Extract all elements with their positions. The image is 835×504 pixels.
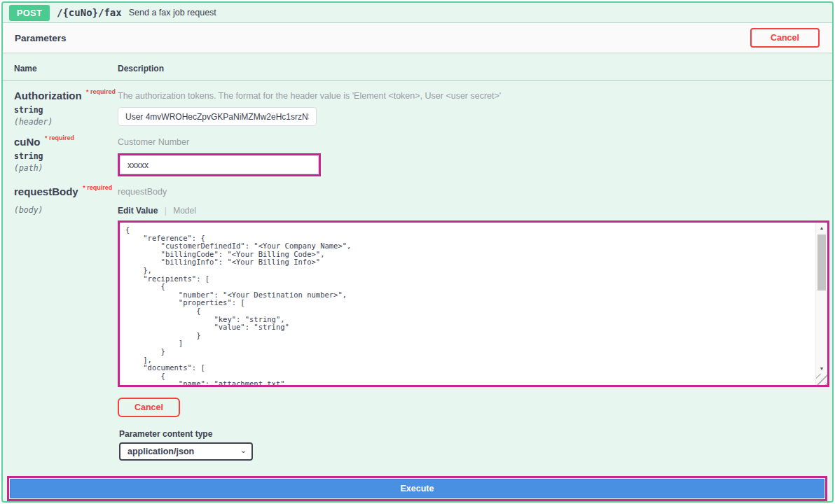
requestbody-highlight-box: { "reference": { "customerDefinedId": "<…	[118, 220, 829, 387]
content-type-select[interactable]: application/json	[119, 442, 253, 461]
try-out-cancel-button[interactable]: Cancel	[750, 28, 820, 48]
column-header-name: Name	[14, 64, 118, 74]
content-type-select-wrap: application/json ⌄	[119, 442, 253, 461]
column-header-description: Description	[118, 64, 821, 74]
resize-grip-icon[interactable]	[816, 374, 827, 385]
param-name: requestBody	[14, 186, 78, 197]
param-description-cell: requestBody Edit Value | Model { "refere…	[118, 186, 829, 387]
content-type-label: Parameter content type	[119, 429, 832, 439]
body-editor-tabs: Edit Value | Model	[118, 206, 829, 216]
param-name-cell: requestBody * required (body)	[14, 186, 118, 387]
param-name-cell: cuNo * required string (path)	[14, 136, 118, 176]
tab-edit-value[interactable]: Edit Value	[118, 206, 158, 216]
param-description: requestBody	[118, 186, 829, 197]
param-type: string	[14, 105, 118, 115]
editor-scrollbar[interactable]: ▲ ▼	[815, 223, 827, 385]
cuno-highlight-box	[118, 153, 321, 176]
editor-cancel-button[interactable]: Cancel	[118, 398, 180, 417]
scrollbar-thumb[interactable]	[817, 234, 826, 290]
authorization-input[interactable]	[118, 107, 317, 126]
scroll-up-icon[interactable]: ▲	[816, 223, 827, 233]
http-method-badge: POST	[9, 5, 50, 21]
cuno-input[interactable]	[120, 155, 319, 174]
required-marker: * required	[45, 134, 74, 141]
param-description-cell: The authorization tokens. The format for…	[118, 90, 821, 127]
parameters-title: Parameters	[15, 33, 67, 43]
editor-cancel-row: Cancel	[118, 398, 832, 417]
scroll-down-icon[interactable]: ▼	[816, 363, 827, 374]
param-description: The authorization tokens. The format for…	[118, 90, 821, 101]
scrollbar-track[interactable]	[816, 233, 827, 363]
param-name: cuNo	[14, 136, 41, 148]
param-name: Authorization	[14, 90, 82, 102]
param-location: (body)	[14, 205, 118, 215]
execute-highlight-box: Execute	[7, 476, 827, 501]
param-row-requestbody: requestBody * required (body) requestBod…	[3, 176, 832, 387]
tab-separator: |	[165, 206, 167, 216]
param-row-cuno: cuNo * required string (path) Customer N…	[3, 127, 832, 176]
param-description-cell: Customer Number	[118, 136, 821, 176]
parameters-table-header: Name Description	[3, 52, 832, 80]
param-row-authorization: Authorization * required string (header)…	[3, 80, 832, 127]
request-body-editor[interactable]: { "reference": { "customerDefinedId": "<…	[120, 223, 815, 385]
content-type-block: Parameter content type application/json …	[119, 429, 832, 461]
operation-block: POST /{cuNo}/fax Send a fax job request …	[1, 1, 834, 503]
param-location: (header)	[14, 117, 118, 127]
param-type: string	[14, 151, 118, 161]
operation-summary[interactable]: POST /{cuNo}/fax Send a fax job request	[3, 3, 832, 23]
param-name-cell: Authorization * required string (header)	[14, 90, 118, 127]
tab-model[interactable]: Model	[173, 206, 196, 216]
param-location: (path)	[14, 163, 118, 173]
endpoint-path: /{cuNo}/fax	[57, 7, 122, 18]
execute-button[interactable]: Execute	[10, 479, 824, 498]
required-marker: * required	[86, 88, 116, 95]
parameters-section-header: Parameters Cancel	[3, 23, 832, 52]
required-marker: * required	[83, 184, 112, 191]
endpoint-summary: Send a fax job request	[129, 8, 216, 18]
param-description: Customer Number	[118, 136, 821, 147]
